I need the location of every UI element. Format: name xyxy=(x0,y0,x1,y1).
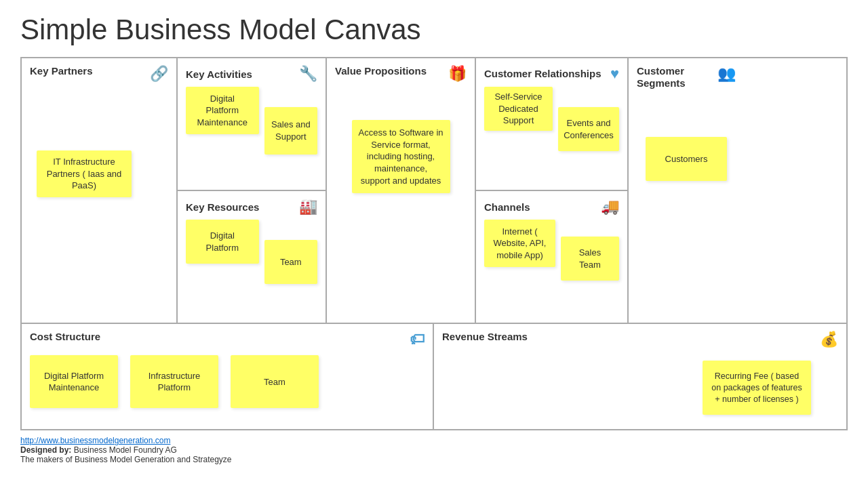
key-resources-sticky-1: Digital Platform xyxy=(186,220,259,264)
page-title: Simple Business Model Canvas xyxy=(20,14,848,46)
customer-relationships-title: Customer Relationships ♥ xyxy=(484,65,619,83)
truck-icon: 🚚 xyxy=(601,198,619,216)
cell-value-propositions: Value Propositions 🎁 Access to Software … xyxy=(327,58,476,323)
footer-designed-by-label: Designed by: xyxy=(20,445,71,455)
key-resources-title: Key Resources 🏭 xyxy=(186,198,317,216)
cell-customer-segments: Customer Segments 👥 Customers xyxy=(629,58,744,323)
gift-icon: 🎁 xyxy=(448,65,467,83)
people-icon: 👥 xyxy=(717,65,736,83)
channels-sticky-2: Sales Team xyxy=(561,237,619,281)
key-resources-stickies: Digital Platform Team xyxy=(186,220,317,284)
cost-structure-stickies: Digital Platform Maintenance Infrastruct… xyxy=(30,355,425,408)
cost-structure-sticky-1: Digital Platform Maintenance xyxy=(30,355,118,408)
revenue-streams-title: Revenue Streams 💰 xyxy=(442,331,838,348)
cell-customer-relationships: Customer Relationships ♥ Self-Service De… xyxy=(476,58,627,191)
customer-rel-stickies: Self-Service Dedicated Support Events an… xyxy=(484,87,619,151)
footer: http://www.businessmodelgeneration.com D… xyxy=(20,436,848,464)
cost-structure-title: Cost Structure 🏷 xyxy=(30,331,425,348)
customer-segments-sticky-1: Customers xyxy=(646,137,727,181)
key-activities-title: Key Activities 🔧 xyxy=(186,65,317,83)
money-bag-icon: 💰 xyxy=(820,331,838,348)
key-activities-resources-col: Key Activities 🔧 Digital Platform Mainte… xyxy=(178,58,327,323)
cost-structure-sticky-2: Infrastructure Platform xyxy=(130,355,218,408)
cell-revenue-streams: Revenue Streams 💰 Recurring Fee ( based … xyxy=(434,324,846,429)
cost-structure-sticky-3: Team xyxy=(231,355,319,408)
cell-channels: Channels 🚚 Internet ( Website, API, mobi… xyxy=(476,191,627,323)
tag-icon: 🏷 xyxy=(410,331,425,348)
cell-key-resources: Key Resources 🏭 Digital Platform Team xyxy=(178,191,326,323)
key-partners-title: Key Partners 🔗 xyxy=(30,65,168,83)
customer-rel-sticky-2: Events and Conferences xyxy=(558,107,619,151)
key-activities-sticky-1: Digital Platform Maintenance xyxy=(186,87,259,134)
key-activities-stickies: Digital Platform Maintenance Sales and S… xyxy=(186,87,317,155)
factory-icon: 🏭 xyxy=(299,198,317,216)
customer-rel-channels-col: Customer Relationships ♥ Self-Service De… xyxy=(476,58,629,323)
value-propositions-title: Value Propositions 🎁 xyxy=(335,65,467,83)
customer-segments-title: Customer Segments 👥 xyxy=(637,65,736,89)
cell-key-activities: Key Activities 🔧 Digital Platform Mainte… xyxy=(178,58,326,191)
cell-key-partners: Key Partners 🔗 IT Infrastructure Partner… xyxy=(22,58,178,323)
wrench-icon: 🔧 xyxy=(299,65,317,83)
customer-rel-sticky-1: Self-Service Dedicated Support xyxy=(484,87,553,131)
link-icon: 🔗 xyxy=(150,65,168,83)
footer-tagline: The makers of Business Model Generation … xyxy=(20,455,232,464)
heart-icon: ♥ xyxy=(610,65,619,83)
value-propositions-sticky-1: Access to Software in Service format, in… xyxy=(352,120,450,193)
key-activities-sticky-2: Sales and Support xyxy=(264,107,317,155)
canvas: Key Partners 🔗 IT Infrastructure Partner… xyxy=(20,57,848,430)
revenue-stickies: Recurring Fee ( based on packages of fea… xyxy=(442,354,811,415)
canvas-top-row: Key Partners 🔗 IT Infrastructure Partner… xyxy=(22,58,846,324)
channels-title: Channels 🚚 xyxy=(484,198,619,216)
channels-stickies: Internet ( Website, API, mobile App) Sal… xyxy=(484,220,619,281)
cell-cost-structure: Cost Structure 🏷 Digital Platform Mainte… xyxy=(22,324,434,429)
canvas-bottom-row: Cost Structure 🏷 Digital Platform Mainte… xyxy=(22,324,846,429)
revenue-streams-sticky-1: Recurring Fee ( based on packages of fea… xyxy=(703,361,811,415)
key-partners-sticky-1: IT Infrastructure Partners ( Iaas and Pa… xyxy=(37,150,132,197)
channels-sticky-1: Internet ( Website, API, mobile App) xyxy=(484,220,555,267)
key-resources-sticky-2: Team xyxy=(264,240,317,284)
footer-url[interactable]: http://www.businessmodelgeneration.com xyxy=(20,436,170,445)
footer-designed-by-value: Business Model Foundry AG xyxy=(71,445,176,455)
